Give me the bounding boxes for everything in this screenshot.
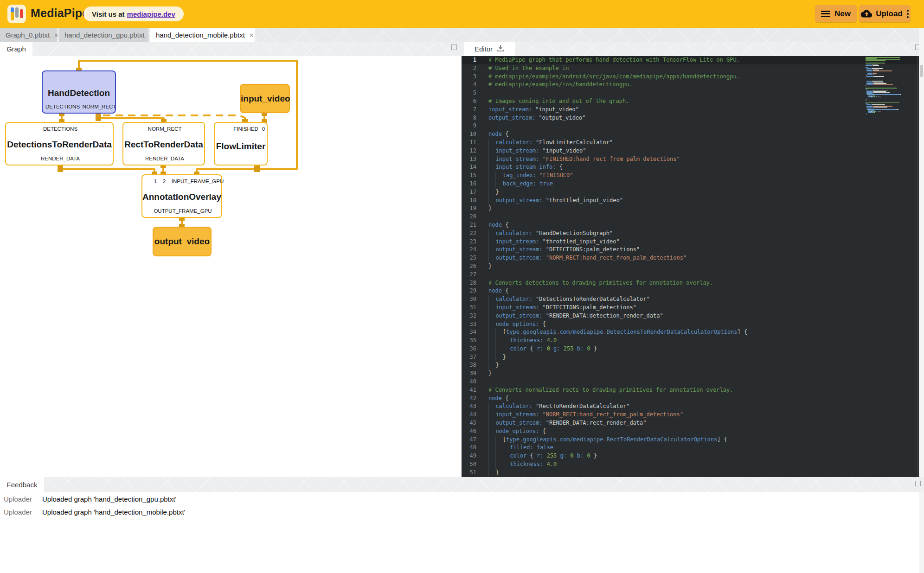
code-line-41[interactable]: 41# Converts normalized rects to drawing… [462,386,919,395]
line-number: 35 [462,337,483,345]
expand-feedback-panel-icon[interactable] [915,481,921,486]
graph-node-DetectionsToRenderData[interactable]: DetectionsToRenderDataDETECTIONSRENDER_D… [5,122,114,166]
code-line-51[interactable]: 51} [462,469,919,477]
code-line-36[interactable]: 36color { r: 0 g: 255 b: 0 } [462,345,919,353]
more-options-icon[interactable] [907,10,909,18]
code-line-24[interactable]: 24output_stream: "DETECTIONS:palm_detect… [462,246,919,254]
code-line-10[interactable]: 10node { [462,130,919,139]
code-text: output_stream: "output_video" [483,114,919,122]
editor-minimap[interactable] [866,57,915,115]
code-line-2[interactable]: 2# Used in the example in [462,64,919,73]
file-tab-label: Graph_0.pbtxt [6,31,50,39]
code-line-25[interactable]: 25output_stream: "NORM_RECT:hand_rect_fr… [462,254,919,262]
code-line-37[interactable]: 37} [462,353,919,362]
file-tab-hand_detection_mobile.pbtxt[interactable]: hand_detection_mobile.pbtxt× [150,28,255,42]
graph-node-input_video[interactable]: input_video [240,84,290,113]
code-text: tag_index: "FINISHED" [483,172,919,180]
code-line-38[interactable]: 38} [462,361,919,369]
code-line-31[interactable]: 31input_stream: "DETECTIONS:palm_detecti… [462,304,919,312]
expand-graph-panel-icon[interactable] [451,45,457,50]
code-line-22[interactable]: 22calculator: "HandDetectionSubgraph" [462,229,919,238]
code-line-5[interactable]: 5 [462,89,919,97]
code-text: # mediapipie/examples/ios/handdetectiong… [483,81,919,89]
minimap-line [866,108,915,109]
line-number: 8 [462,114,483,122]
code-line-9[interactable]: 9 [462,122,919,130]
code-line-8[interactable]: 8output_stream: "output_video" [462,114,919,122]
feedback-message: Uploaded graph 'hand_detection_mobile.pb… [42,508,185,516]
file-tab-hand_detection_gpu.pbtxt[interactable]: hand_detection_gpu.pbtxt× [59,28,148,42]
code-line-35[interactable]: 35thickness: 4.0 [462,337,919,345]
code-line-19[interactable]: 19} [462,204,919,213]
code-line-13[interactable]: 13input_stream: "FINISHED:hand_rect_from… [462,155,919,164]
code-line-49[interactable]: 49color { r: 255 g: 0 b: 0 } [462,452,919,460]
minimap-line [866,62,915,63]
graph-node-output_video[interactable]: output_video [153,227,212,256]
code-line-47[interactable]: 47[type.googleapis.com/mediapipe.RectToR… [462,436,919,444]
close-tab-icon[interactable]: × [54,32,58,38]
input-port-label: FINISHED [233,126,258,132]
code-line-3[interactable]: 3# mediapipie/examples/android/src/java/… [462,73,919,81]
input-port-label: NORM_RECT [148,126,182,132]
code-line-27[interactable]: 27 [462,271,919,279]
code-line-17[interactable]: 17} [462,188,919,197]
line-number: 10 [462,130,483,139]
tab-editor[interactable]: Editor [464,42,515,56]
code-line-11[interactable]: 11calculator: "FlowLimiterCalculator" [462,139,919,147]
upload-button[interactable]: Upload [859,5,911,22]
line-number: 12 [462,147,483,155]
code-line-7[interactable]: 7input_stream: "input_video" [462,106,919,114]
code-line-33[interactable]: 33node_options: { [462,320,919,329]
code-line-1[interactable]: 1# MediaPipe graph that performs hand de… [462,56,919,64]
code-line-16[interactable]: 16back_edge: true [462,180,919,188]
code-line-45[interactable]: 45output_stream: "RENDER_DATA:rect_rende… [462,419,919,427]
graph-node-AnnotationOverlay[interactable]: AnnotationOverlay12INPUT_FRAME_GPUOUTPUT… [141,174,222,218]
download-icon[interactable] [497,45,504,53]
code-line-42[interactable]: 42node { [462,395,919,403]
code-line-26[interactable]: 26} [462,262,919,271]
tab-feedback[interactable]: Feedback [0,477,44,492]
mediapipe-dev-link[interactable]: mediapipe.dev [127,10,175,18]
code-line-21[interactable]: 21node { [462,221,919,229]
code-line-28[interactable]: 28# Converts detections to drawing primi… [462,279,919,287]
code-line-32[interactable]: 32output_stream: "RENDER_DATA:detection_… [462,312,919,320]
code-text: output_stream: "DETECTIONS:palm_detectio… [483,246,919,254]
port-square [254,166,260,172]
file-tab-Graph_0.pbtxt[interactable]: Graph_0.pbtxt× [0,28,57,42]
code-line-15[interactable]: 15tag_index: "FINISHED" [462,172,919,180]
minimap-line [866,102,915,103]
code-line-50[interactable]: 50thickness: 4.0 [462,460,919,469]
new-button[interactable]: New [815,5,857,22]
code-line-6[interactable]: 6# Images coming into and out of the gra… [462,97,919,106]
code-line-43[interactable]: 43calculator: "RectToRenderDataCalculato… [462,402,919,411]
tab-graph[interactable]: Graph [0,42,32,56]
graph-node-FlowLimiter[interactable]: FlowLimiterFINISHED0 [214,122,268,166]
code-line-40[interactable]: 40 [462,378,919,386]
code-line-48[interactable]: 48filled: false [462,444,919,452]
code-line-34[interactable]: 34[type.googleapis.com/mediapipe.Detecti… [462,328,919,337]
line-number: 46 [462,427,483,436]
code-line-14[interactable]: 14input_stream_info: { [462,163,919,172]
code-line-20[interactable]: 20 [462,213,919,221]
feedback-row: UploaderUploaded graph 'hand_detection_m… [0,505,924,518]
code-line-46[interactable]: 46node_options: { [462,427,919,436]
feedback-message: Uploaded graph 'hand_detection_gpu.pbtxt… [42,495,176,503]
code-line-4[interactable]: 4# mediapipie/examples/ios/handdetection… [462,81,919,89]
graph-canvas[interactable]: HandDetectionDETECTIONSNORM_RECTinput_vi… [0,56,462,477]
graph-node-HandDetection[interactable]: HandDetectionDETECTIONSNORM_RECT [42,70,116,114]
code-editor[interactable]: 1# MediaPipe graph that performs hand de… [462,56,919,477]
code-line-12[interactable]: 12input_stream: "input_video" [462,147,919,155]
code-line-39[interactable]: 39} [462,369,919,378]
code-text: node { [483,395,919,403]
code-line-30[interactable]: 30calculator: "DetectionsToRenderDataCal… [462,295,919,304]
code-line-18[interactable]: 18output_stream: "throttled_input_video" [462,197,919,205]
minimap-line [866,74,915,75]
scrollbar-thumb[interactable] [920,65,923,77]
code-line-23[interactable]: 23input_stream: "throttled_input_video" [462,238,919,246]
code-line-44[interactable]: 44input_stream: "NORM_RECT:hand_rect_fro… [462,411,919,419]
minimap-line [866,89,915,89]
graph-node-RectToRenderData[interactable]: RectToRenderDataNORM_RECTRENDER_DATA [122,122,205,166]
code-line-29[interactable]: 29node { [462,287,919,295]
code-text: calculator: "HandDetectionSubgraph" [483,229,919,238]
close-tab-icon[interactable]: × [250,32,254,38]
